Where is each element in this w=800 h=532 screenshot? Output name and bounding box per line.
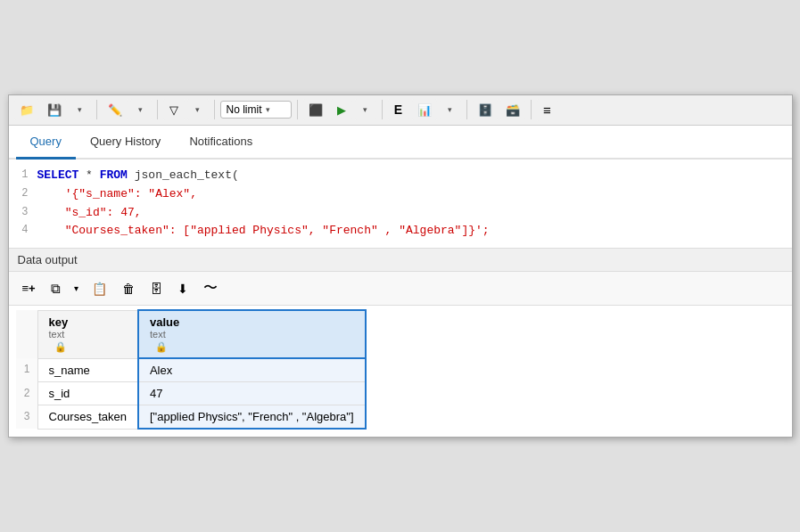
sql-code-1: SELECT * FROM json_each_text(	[37, 167, 239, 185]
play-icon: ▶	[337, 103, 346, 117]
main-toolbar: 📁 💾 ▾ ✏️ ▾ ▽ ▾ No limit ▾ ⬛	[9, 95, 792, 126]
tab-query-history[interactable]: Query History	[76, 126, 175, 160]
menu-btn[interactable]: ≡	[537, 99, 558, 121]
explain-icon: E	[394, 102, 402, 117]
folder-icon: 📁	[20, 103, 34, 117]
paste-btn[interactable]: 📋	[86, 277, 113, 300]
add-row-btn[interactable]: ≡+	[16, 277, 42, 300]
cell-value-1[interactable]: Alex	[138, 358, 366, 382]
col-header-value[interactable]: value text 🔒	[138, 310, 366, 358]
chevron-down-icon: ▾	[78, 105, 82, 114]
key-lock-icon: 🔒	[54, 341, 67, 352]
db1-btn[interactable]: 🗄️	[473, 99, 498, 120]
menu-icon: ≡	[543, 102, 551, 118]
import-btn[interactable]: 🗄	[144, 277, 169, 300]
run-btn[interactable]: ▶	[331, 99, 352, 120]
db1-icon: 🗄️	[478, 103, 492, 117]
tab-query-history-label: Query History	[90, 135, 161, 148]
stop-btn[interactable]: ⬛	[303, 99, 328, 120]
copy-btn[interactable]: ⧉	[45, 277, 68, 300]
cell-key-2[interactable]: s_id	[37, 382, 138, 405]
save-dropdown-btn[interactable]: ▾	[70, 99, 91, 120]
db2-icon: 🗃️	[506, 103, 520, 117]
copy-dropdown-btn[interactable]: ▾	[70, 277, 83, 300]
separator-3	[214, 100, 215, 119]
chevron-down-icon-4: ▾	[266, 105, 270, 114]
save-btn[interactable]: 💾	[42, 99, 67, 120]
cell-key-1[interactable]: s_name	[37, 358, 138, 382]
sql-code-4: "Courses_taken": ["applied Physics", "Fr…	[37, 222, 490, 241]
filter-btn[interactable]: ▽	[163, 99, 185, 120]
no-limit-label: No limit	[227, 103, 262, 116]
sql-line-4: 4 "Courses_taken": ["applied Physics", "…	[9, 222, 792, 241]
delete-btn[interactable]: 🗑	[116, 277, 141, 300]
chevron-down-icon-3: ▾	[195, 105, 200, 114]
data-toolbar: ≡+ ⧉ ▾ 📋 🗑 🗄 ⬇ 〜	[9, 272, 792, 306]
no-limit-dropdown[interactable]: No limit ▾	[220, 101, 292, 119]
tab-notifications[interactable]: Notifications	[175, 126, 267, 160]
sql-line-2: 2 '{"s_name": "Alex",	[9, 185, 792, 204]
pencil-icon: ✏️	[108, 103, 122, 117]
data-table: key text 🔒 value text 🔒 1 s_name Alex	[16, 309, 367, 430]
separator-5	[382, 100, 383, 119]
main-window: 📁 💾 ▾ ✏️ ▾ ▽ ▾ No limit ▾ ⬛	[8, 94, 793, 438]
save-icon: 💾	[47, 103, 62, 117]
row-num-3: 3	[16, 405, 38, 430]
sql-line-1: 1 SELECT * FROM json_each_text(	[9, 167, 792, 185]
separator-2	[157, 100, 158, 119]
data-table-wrap: key text 🔒 value text 🔒 1 s_name Alex	[9, 306, 792, 437]
sql-line-3: 3 "s_id": 47,	[9, 204, 792, 223]
value-lock-icon: 🔒	[155, 341, 168, 352]
cell-value-2[interactable]: 47	[138, 382, 366, 405]
chart-btn[interactable]: 📊	[412, 99, 437, 120]
sql-code-2: '{"s_name": "Alex",	[37, 185, 197, 204]
filter-dropdown-btn[interactable]: ▾	[187, 99, 209, 120]
row-num-1: 1	[16, 358, 38, 382]
row-num-header	[16, 310, 38, 358]
table-row: 2 s_id 47	[16, 382, 366, 405]
tab-query[interactable]: Query	[16, 126, 76, 160]
filter-icon: ▽	[169, 103, 178, 117]
chevron-down-icon-5: ▾	[363, 105, 367, 114]
col-value-label: value	[150, 315, 179, 329]
data-output-label: Data output	[9, 249, 792, 272]
chart-icon: 📊	[417, 103, 432, 117]
tab-query-label: Query	[30, 135, 62, 148]
open-folder-btn[interactable]: 📁	[14, 99, 39, 120]
cell-value-3[interactable]: ["applied Physics", "French" , "Algebra"…	[138, 405, 366, 430]
sql-code-3: "s_id": 47,	[37, 204, 142, 223]
line-num-3: 3	[9, 204, 37, 221]
sql-editor[interactable]: 1 SELECT * FROM json_each_text( 2 '{"s_n…	[9, 160, 792, 249]
chevron-down-icon-6: ▾	[448, 105, 452, 114]
tabs-bar: Query Query History Notifications	[9, 126, 792, 160]
separator-1	[96, 100, 97, 119]
stop-icon: ⬛	[309, 103, 323, 117]
edit-dropdown-btn[interactable]: ▾	[130, 99, 152, 120]
col-key-label: key	[49, 315, 69, 329]
separator-6	[466, 100, 467, 119]
graph-btn[interactable]: 〜	[197, 275, 224, 301]
row-num-2: 2	[16, 382, 38, 405]
edit-btn[interactable]: ✏️	[103, 99, 128, 120]
line-num-4: 4	[9, 222, 37, 239]
table-row: 1 s_name Alex	[16, 358, 366, 382]
table-row: 3 Courses_taken ["applied Physics", "Fre…	[16, 405, 366, 430]
separator-4	[297, 100, 298, 119]
chart-dropdown-btn[interactable]: ▾	[440, 99, 461, 120]
col-value-type: text	[150, 329, 354, 340]
separator-7	[531, 100, 532, 119]
download-btn[interactable]: ⬇	[171, 277, 194, 300]
line-num-1: 1	[9, 167, 37, 184]
chevron-down-icon-2: ▾	[138, 105, 143, 114]
cell-key-3[interactable]: Courses_taken	[37, 405, 138, 430]
explain-btn[interactable]: E	[388, 99, 409, 120]
col-key-type: text	[49, 329, 127, 340]
line-num-2: 2	[9, 185, 37, 202]
col-header-key[interactable]: key text 🔒	[37, 310, 138, 358]
db2-btn[interactable]: 🗃️	[500, 99, 525, 120]
tab-notifications-label: Notifications	[189, 135, 252, 148]
run-dropdown-btn[interactable]: ▾	[355, 99, 376, 120]
